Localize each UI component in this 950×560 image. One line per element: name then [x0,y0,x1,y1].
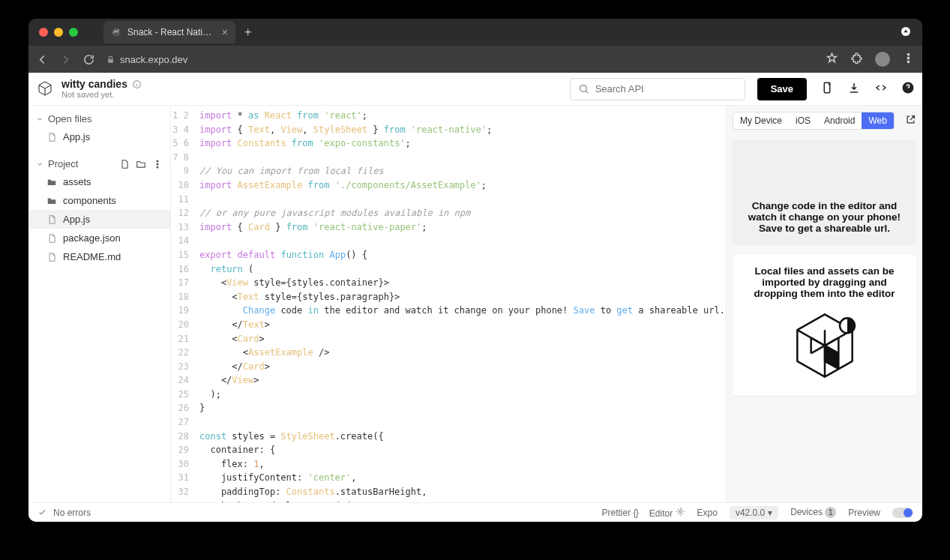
project-item-components[interactable]: components [28,191,170,210]
download-icon[interactable] [847,81,861,97]
project-item-assets[interactable]: assets [28,172,170,191]
lock-icon [106,55,115,64]
save-button[interactable]: Save [757,78,807,100]
file-sidebar: Open files App.js Project [28,106,171,502]
app-header: witty candies Not saved yet. Save [28,73,922,106]
svg-point-9 [157,160,158,161]
project-item-README-md[interactable]: README.md [28,247,170,266]
back-button[interactable] [36,53,49,66]
file-icon [46,214,57,225]
profile-avatar[interactable] [875,52,890,67]
file-icon [46,233,57,244]
more-icon[interactable] [152,159,163,169]
new-file-icon[interactable] [119,159,130,169]
info-icon[interactable] [132,79,142,89]
open-file-item[interactable]: App.js [28,127,170,146]
device-icon[interactable] [820,81,834,97]
project-item-App-js[interactable]: App.js [28,210,170,229]
prettier-button[interactable]: Prettier { } [601,508,637,518]
preview-toggle-label: Preview [848,508,880,518]
preview-text-card: Change code in the editor and watch it c… [733,140,916,244]
svg-point-4 [907,61,909,62]
window-close-button[interactable] [39,28,48,37]
devices-button[interactable]: Devices 1 [790,507,836,518]
status-bar: No errors Prettier { } Editor Expo v42.0… [28,502,922,522]
svg-point-2 [907,53,909,55]
preview-tab-my-device[interactable]: My Device [733,112,789,129]
preview-tab-android[interactable]: Android [817,112,862,129]
browser-titlebar: Snack - React Native in the browser × + [28,19,922,46]
open-files-header[interactable]: Open files [28,110,170,127]
preview-panel: My DeviceiOSAndroidWeb Change code in th… [726,106,922,502]
cube-illustration-icon [787,308,862,383]
search-icon [578,83,589,94]
address-bar[interactable]: snack.expo.dev [106,54,187,65]
line-gutter: 1 2 3 4 5 6 7 8 9 10 11 12 13 14 15 16 1… [171,106,195,502]
help-icon[interactable] [901,81,915,97]
file-icon [46,132,57,142]
preview-asset-card: Local files and assets can be imported b… [733,255,916,396]
chevron-down-icon [36,160,43,168]
svg-point-11 [157,166,158,168]
project-name[interactable]: witty candies [61,79,127,90]
folder-icon [46,196,57,206]
kebab-menu-icon[interactable] [902,52,915,67]
extensions-icon[interactable] [850,52,863,67]
tab-title: Snack - React Native in the browser [127,27,216,37]
search-input[interactable] [595,83,737,94]
preview-tab-ios[interactable]: iOS [789,112,817,129]
svg-point-3 [907,57,909,58]
svg-point-6 [580,85,586,92]
preview-toggle[interactable] [892,508,913,518]
snack-logo-icon [36,79,54,97]
code-content[interactable]: import * as React from 'react'; import {… [195,106,726,502]
new-folder-icon[interactable] [136,159,146,169]
project-item-package-json[interactable]: package.json [28,229,170,247]
svg-point-13 [679,510,681,512]
code-editor[interactable]: 1 2 3 4 5 6 7 8 9 10 11 12 13 14 15 16 1… [171,106,726,502]
editor-settings-button[interactable]: Editor [649,507,685,519]
window-minimize-button[interactable] [54,28,63,37]
file-icon [46,252,57,262]
browser-toolbar: snack.expo.dev [28,46,922,73]
reload-button[interactable] [82,53,95,66]
forward-button[interactable] [59,53,72,66]
folder-icon [46,177,57,187]
embed-icon[interactable] [874,81,888,97]
open-external-icon[interactable] [905,114,916,127]
url-text: snack.expo.dev [120,54,187,65]
window-maximize-button[interactable] [69,28,78,37]
browser-menu-icon[interactable] [900,25,912,40]
browser-tab[interactable]: Snack - React Native in the browser × [103,21,235,43]
expo-label[interactable]: Expo [697,508,718,518]
chevron-down-icon [36,115,43,123]
star-icon[interactable] [826,52,838,67]
gear-icon [676,507,685,517]
tab-close-icon[interactable]: × [222,26,228,38]
errors-status[interactable]: No errors [53,508,91,518]
svg-point-10 [157,163,158,165]
project-status: Not saved yet. [61,90,142,99]
sdk-version-select[interactable]: v42.0.0 ▾ [730,506,778,520]
window-controls [39,28,78,37]
svg-point-0 [112,28,121,37]
preview-device-tabs: My DeviceiOSAndroidWeb [733,112,895,130]
search-box[interactable] [570,78,745,100]
check-icon [37,508,47,517]
favicon [111,27,121,37]
new-tab-button[interactable]: + [244,25,251,39]
project-header[interactable]: Project [28,155,170,172]
preview-tab-web[interactable]: Web [862,112,893,129]
